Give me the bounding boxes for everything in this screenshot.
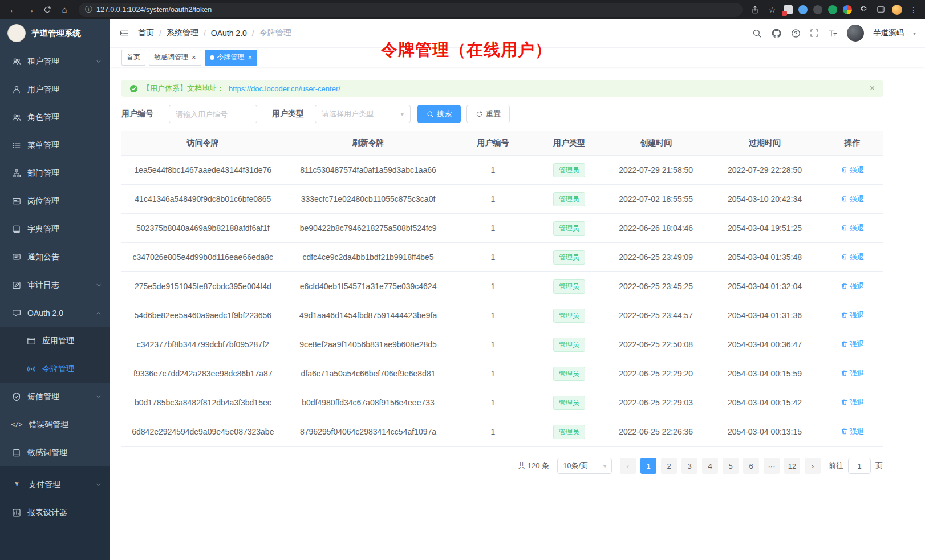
sidebar-item-sms[interactable]: 短信管理 [0,383,110,411]
force-logout-button[interactable]: 强退 [841,368,865,379]
force-logout-label: 强退 [850,339,865,350]
page-button-1[interactable]: 1 [640,458,656,474]
user-type-select[interactable]: 请选择用户类型 ▾ [315,105,411,123]
extension-icon[interactable] [813,5,822,14]
sidebar-item-pay[interactable]: ¥支付管理 [0,470,110,498]
search-icon [427,111,434,118]
user-type-cell: 管理员 [534,417,605,447]
table-body: 1ea5e44f8bc1467aaede43144f31de76811c5304… [121,156,883,447]
sidebar-item-oauth2[interactable]: OAuth 2.0 [0,299,110,327]
search-icon[interactable] [752,29,762,38]
force-logout-button[interactable]: 强退 [841,310,865,320]
sidebar-item-audit-log[interactable]: 审计日志 [0,271,110,299]
force-logout-button[interactable]: 强退 [841,281,865,291]
sidebar-item-dict[interactable]: 字典管理 [0,215,110,243]
tab-token-manage[interactable]: 令牌管理× [205,50,258,66]
user-id-input[interactable] [169,105,257,123]
search-button[interactable]: 搜索 [417,105,461,123]
page-button-6[interactable]: 6 [743,458,759,474]
page-button-3[interactable]: 3 [681,458,697,474]
force-logout-button[interactable]: 强退 [841,194,865,204]
sidebar-item-label: 角色管理 [27,112,102,123]
collapse-sidebar-icon[interactable] [119,28,129,38]
share-icon[interactable] [749,4,761,15]
breadcrumb-item[interactable]: 系统管理 [167,28,198,38]
token-table: 访问令牌刷新令牌用户编号用户类型创建时间过期时间操作 1ea5e44f8bc14… [121,131,883,447]
force-logout-button[interactable]: 强退 [841,339,865,350]
extension-icon[interactable] [784,5,793,14]
page-button-12[interactable]: 12 [784,458,800,474]
user-type-cell: 管理员 [534,156,605,185]
sidebar-item-report-designer[interactable]: 报表设计器 [0,498,110,526]
list-icon [11,141,21,150]
browser-actions: ☆ ⋮ [749,4,919,15]
extension-icon[interactable] [798,5,808,14]
next-page-button[interactable]: › [805,458,821,474]
user-name[interactable]: 芋道源码 [873,28,904,38]
page-size-select[interactable]: 10条/页 ▾ [557,458,612,474]
github-icon[interactable] [771,28,782,39]
close-icon[interactable]: × [248,53,253,62]
fullscreen-icon[interactable] [810,29,819,38]
sidebar-item-error-code[interactable]: </>错误码管理 [0,411,110,439]
home-icon[interactable]: ⌂ [57,2,72,17]
bookmark-star-icon[interactable]: ☆ [766,4,778,15]
browser-profile-avatar[interactable] [892,5,902,15]
sidebar-item-notice[interactable]: 通知公告 [0,243,110,271]
action-cell: 强退 [822,417,883,447]
sidebar-item-token-manage[interactable]: 令牌管理 [0,355,110,383]
doc-link[interactable]: https://doc.iocoder.cn/user-center/ [229,84,340,93]
page-button-4[interactable]: 4 [702,458,718,474]
tab-label: 令牌管理 [217,52,245,62]
sidebar-item-tenant[interactable]: 租户管理 [0,47,110,75]
reload-icon[interactable] [40,2,55,17]
browser-menu-icon[interactable]: ⋮ [908,4,919,15]
force-logout-label: 强退 [850,427,865,437]
force-logout-button[interactable]: 强退 [841,427,865,437]
sidebar-item-menu[interactable]: 菜单管理 [0,131,110,159]
sidebar-item-sensitive-word[interactable]: 敏感词管理 [0,439,110,466]
shield-icon [11,392,21,401]
reset-button[interactable]: 重置 [466,105,510,123]
tab-home[interactable]: 首页 [121,50,145,66]
sidebar-item-app-manage[interactable]: 应用管理 [0,327,110,355]
table-row: 6d842e2924594de9a09e45e087323abe8796295f… [121,417,883,447]
more-pages-button[interactable]: ··· [764,458,780,474]
access-token-cell: 41c41346a548490f9dc8b01c6bfe0865 [121,185,285,214]
font-size-icon[interactable] [828,29,838,38]
help-icon[interactable] [791,29,801,38]
user-type-badge: 管理员 [553,279,585,294]
force-logout-label: 强退 [850,194,865,204]
active-tab-dot [210,55,214,60]
close-icon[interactable]: × [192,53,196,62]
page-button-2[interactable]: 2 [661,458,677,474]
address-bar[interactable]: ⓘ 127.0.0.1:1024/system/oauth2/token [79,3,743,17]
breadcrumb-item[interactable]: 首页 [138,28,154,38]
sidebar-item-dept[interactable]: 部门管理 [0,159,110,187]
force-logout-button[interactable]: 强退 [841,397,865,408]
sidebar-item-post[interactable]: 岗位管理 [0,187,110,215]
force-logout-button[interactable]: 强退 [841,223,865,233]
expire-time-cell: 2054-03-04 01:32:04 [708,272,822,301]
force-logout-button[interactable]: 强退 [841,252,865,262]
prev-page-button[interactable]: ‹ [620,458,636,474]
page-button-5[interactable]: 5 [723,458,739,474]
sidebar-item-user[interactable]: 用户管理 [0,75,110,103]
logo-image [7,24,26,42]
site-info-icon[interactable]: ⓘ [85,5,92,15]
extension-icon[interactable] [843,5,852,14]
breadcrumb-item[interactable]: OAuth 2.0 [211,29,247,38]
tab-sensitive-word[interactable]: 敏感词管理× [149,50,201,66]
back-icon[interactable]: ← [6,2,21,17]
extension-icon[interactable] [828,5,837,14]
user-id-cell: 1 [452,272,534,301]
user-avatar[interactable] [847,25,864,42]
extensions-puzzle-icon[interactable] [858,4,869,15]
refresh-icon [476,111,483,118]
forward-icon[interactable]: → [23,2,38,17]
side-panel-icon[interactable] [875,4,886,15]
force-logout-button[interactable]: 强退 [841,165,865,175]
close-icon[interactable]: × [870,83,875,94]
goto-page-input[interactable] [848,458,871,474]
sidebar-item-role[interactable]: 角色管理 [0,103,110,131]
